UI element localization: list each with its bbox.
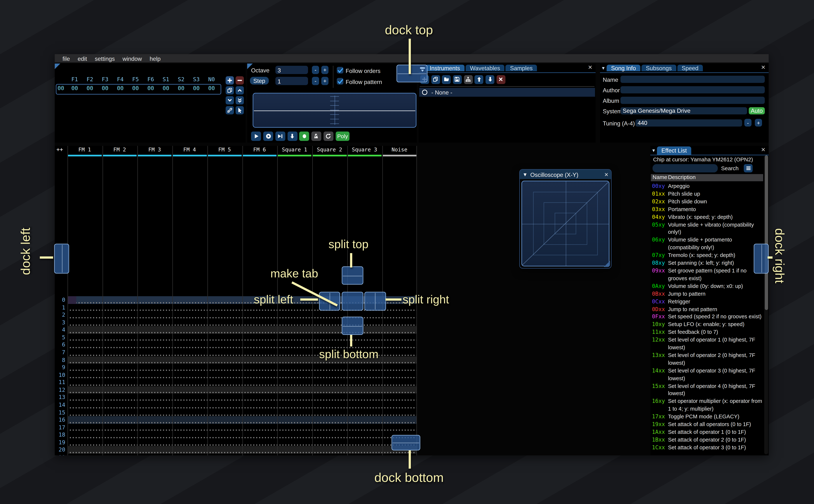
pattern-expand-button[interactable]: ++ bbox=[56, 146, 63, 153]
effect-row[interactable]: 0AxyVolume slide (0y: down; x0: up) bbox=[652, 282, 763, 290]
dock-target-top[interactable] bbox=[396, 65, 428, 82]
effect-list-scrollbar[interactable] bbox=[764, 155, 768, 454]
split-target-bottom[interactable] bbox=[341, 317, 363, 335]
tab-wavetables[interactable]: Wavetables bbox=[466, 65, 505, 71]
channel-header-fm-2[interactable]: FM 2 bbox=[102, 146, 137, 154]
row-cells[interactable] bbox=[67, 326, 417, 334]
move-instrument-up-button[interactable] bbox=[475, 75, 484, 84]
system-auto-button[interactable]: Auto bbox=[749, 107, 765, 114]
collapse-arrow-icon[interactable]: ▼ bbox=[523, 172, 528, 177]
order-cell[interactable]: 00 bbox=[114, 85, 127, 91]
system-field[interactable]: Sega Genesis/Mega Drive bbox=[621, 107, 747, 114]
effect-row[interactable]: 09xxSet groove pattern (speed 1 if no gr… bbox=[652, 267, 763, 282]
row-cells[interactable] bbox=[67, 386, 417, 394]
effect-row[interactable]: 0BxxJump to pattern bbox=[652, 290, 763, 298]
tuning-increase-button[interactable]: + bbox=[755, 119, 762, 127]
pattern-row-12[interactable]: 12 bbox=[55, 386, 417, 394]
tab-instruments[interactable]: Instruments bbox=[425, 65, 465, 71]
effect-row[interactable]: 07xyTremolo (x: speed; y: depth) bbox=[652, 251, 763, 259]
octave-input[interactable]: 3 bbox=[275, 66, 308, 74]
pattern-row-20[interactable]: 20 bbox=[55, 446, 417, 454]
row-cells[interactable] bbox=[67, 431, 417, 439]
effect-row[interactable]: 08xySet panning (x: left; y: right) bbox=[652, 259, 763, 267]
name-field[interactable] bbox=[621, 76, 765, 83]
order-cell[interactable]: 00 bbox=[144, 85, 157, 91]
row-cells[interactable] bbox=[67, 334, 417, 341]
order-cell[interactable]: 00 bbox=[68, 85, 81, 91]
row-cells[interactable] bbox=[67, 311, 417, 319]
order-row-index[interactable]: 00 bbox=[56, 85, 66, 91]
tab-subsongs[interactable]: Subsongs bbox=[642, 65, 676, 71]
pattern-row-19[interactable]: 19 bbox=[55, 439, 417, 446]
effect-row[interactable]: 15xxSet level of operator 4 (0 highest, … bbox=[652, 382, 763, 398]
delete-instrument-button[interactable] bbox=[497, 75, 505, 84]
channel-header-square-3[interactable]: Square 3 bbox=[347, 146, 382, 154]
order-edit-mode-button[interactable] bbox=[235, 106, 244, 114]
row-cells[interactable] bbox=[67, 371, 417, 379]
order-cell[interactable]: 00 bbox=[129, 85, 142, 91]
author-field[interactable] bbox=[621, 86, 765, 93]
dock-target-right[interactable] bbox=[754, 244, 769, 274]
follow-orders-checkbox[interactable] bbox=[337, 67, 343, 74]
duplicate-instrument-button[interactable] bbox=[431, 75, 440, 84]
effect-row[interactable]: 11xxSet feedback (0 to 7) bbox=[652, 328, 763, 336]
pattern-row-10[interactable]: 10 bbox=[55, 371, 417, 379]
dock-target-bottom[interactable] bbox=[391, 435, 420, 450]
effect-row[interactable]: 16xySet operator multiplier (x: operator… bbox=[652, 398, 763, 413]
dock-target-left[interactable] bbox=[54, 244, 69, 274]
effect-row[interactable]: 10xySetup LFO (x: enable; y: speed) bbox=[652, 321, 763, 328]
pattern-row-5[interactable]: 5 bbox=[55, 334, 417, 341]
make-tab-target[interactable] bbox=[341, 292, 363, 310]
pattern-row-9[interactable]: 9 bbox=[55, 364, 417, 371]
move-instrument-down-button[interactable] bbox=[486, 75, 495, 84]
row-cells[interactable] bbox=[67, 394, 417, 401]
row-cells[interactable] bbox=[67, 416, 417, 424]
tab-song-info[interactable]: Song Info bbox=[607, 65, 640, 71]
order-change-all-button[interactable] bbox=[235, 96, 244, 104]
effect-row[interactable]: 05xyVolume slide + vibrato (compatibilit… bbox=[652, 221, 763, 236]
instrument-folder-view-button[interactable] bbox=[464, 75, 473, 84]
song-info-close-icon[interactable]: × bbox=[759, 64, 767, 72]
order-cell[interactable]: 00 bbox=[205, 85, 218, 91]
effect-row[interactable]: 03xxPortamento bbox=[652, 205, 763, 213]
pattern-row-13[interactable]: 13 bbox=[55, 394, 417, 401]
pattern-row-17[interactable]: 17 bbox=[55, 424, 417, 431]
row-cells[interactable] bbox=[67, 319, 417, 326]
tuning-field[interactable]: 440 bbox=[635, 119, 742, 126]
effect-row[interactable]: 1BxxSet attack of operator 2 (0 to 1F) bbox=[652, 436, 763, 444]
step-decrease-button[interactable]: - bbox=[312, 77, 319, 85]
scrollbar-thumb[interactable] bbox=[765, 155, 768, 310]
menu-help[interactable]: help bbox=[146, 55, 165, 62]
window-corner-wedge[interactable] bbox=[55, 64, 60, 69]
octave-increase-button[interactable]: + bbox=[321, 66, 328, 74]
step-increase-button[interactable]: + bbox=[321, 77, 328, 85]
effect-row[interactable]: 00xyArpeggio bbox=[652, 182, 763, 190]
effect-row[interactable]: 1CxxSet attack of operator 3 (0 to 1F) bbox=[652, 444, 763, 451]
effect-row[interactable]: 0DxxJump to next pattern bbox=[652, 305, 763, 313]
pattern-row-18[interactable]: 18 bbox=[55, 431, 417, 439]
row-cells[interactable] bbox=[67, 446, 417, 454]
metronome-button[interactable] bbox=[311, 132, 321, 141]
poly-toggle-button[interactable]: Poly bbox=[336, 132, 349, 141]
tab-samples[interactable]: Samples bbox=[506, 65, 537, 71]
channel-header-square-2[interactable]: Square 2 bbox=[312, 146, 347, 154]
row-cells[interactable] bbox=[67, 401, 417, 409]
dock-menu-arrow-icon[interactable]: ▼ bbox=[600, 64, 607, 72]
oscilloscope-xy-window[interactable]: ▼ Oscilloscope (X-Y) × bbox=[519, 169, 612, 269]
step-label[interactable]: Step bbox=[250, 77, 268, 85]
instruments-close-icon[interactable]: × bbox=[586, 64, 594, 72]
channel-header-fm-5[interactable]: FM 5 bbox=[207, 146, 242, 154]
octave-decrease-button[interactable]: - bbox=[312, 66, 319, 74]
effect-row[interactable]: 17xxToggle PCM mode (LEGACY) bbox=[652, 413, 763, 421]
row-cells[interactable] bbox=[67, 379, 417, 386]
album-field[interactable] bbox=[621, 97, 765, 104]
order-deep-clone-button[interactable] bbox=[226, 106, 234, 114]
effect-list-close-icon[interactable]: × bbox=[759, 146, 767, 154]
duplicate-order-button[interactable] bbox=[226, 86, 234, 94]
effect-search-input[interactable] bbox=[653, 164, 718, 172]
oscilloscope-xy-close-icon[interactable]: × bbox=[605, 171, 608, 178]
pattern-row-16[interactable]: 16 bbox=[55, 416, 417, 424]
oscilloscope-xy-title-bar[interactable]: ▼ Oscilloscope (X-Y) × bbox=[520, 170, 611, 179]
instrument-list-item[interactable]: - None - bbox=[419, 88, 595, 97]
effect-row[interactable]: 1AxxSet attack of operator 1 (0 to 1F) bbox=[652, 428, 763, 436]
